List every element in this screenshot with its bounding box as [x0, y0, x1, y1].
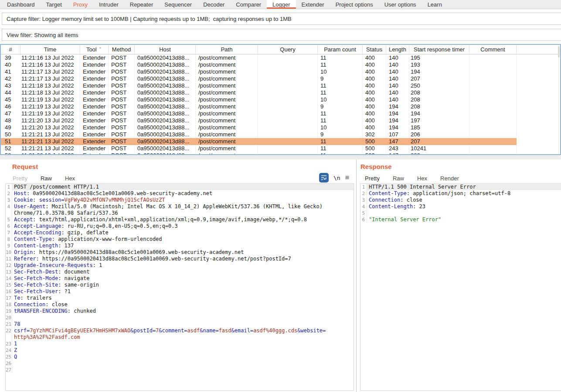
cell-host: 0a9500020413d88... [135, 152, 196, 155]
table-row[interactable]: 5111:21:21 13 Jul 2022ExtenderPOST0a9500… [1, 138, 560, 145]
response-tab-render[interactable]: Render [439, 174, 461, 182]
capture-filter-bar[interactable]: Capture filter: Logger memory limit set … [2, 13, 561, 25]
table-vertical-scrollbar[interactable] [558, 46, 560, 57]
column-header--[interactable]: # [1, 45, 20, 54]
menu-tab-logger[interactable]: Logger [267, 0, 296, 9]
table-row[interactable]: 3911:21:16 13 Jul 2022ExtenderPOST0a9500… [1, 54, 560, 61]
table-row[interactable]: 5011:21:21 13 Jul 2022ExtenderPOST0a9500… [1, 131, 560, 138]
view-filter-bar[interactable]: View filter: Showing all items [2, 29, 561, 41]
menu-tab-repeater[interactable]: Repeater [124, 0, 159, 9]
horizontal-splitter[interactable] [0, 155, 561, 159]
cell-host: 0a9500020413d88... [135, 96, 196, 103]
cell-comment [469, 117, 517, 124]
cell-path: /post/comment [196, 82, 258, 89]
cell-params: 10 [318, 96, 363, 103]
request-line: 24Z [6, 347, 354, 354]
table-row[interactable]: 5211:21:21 13 Jul 2022ExtenderPOST0a9500… [1, 145, 560, 152]
request-tab-hex[interactable]: Hex [63, 174, 77, 182]
editor-menu-icon[interactable]: ≡ [345, 174, 349, 181]
table-row[interactable]: 4511:21:19 13 Jul 2022ExtenderPOST0a9500… [1, 96, 560, 103]
column-header-status[interactable]: Status [363, 45, 386, 54]
column-header-path[interactable]: Path [196, 45, 258, 54]
request-line: 8Content-Type: application/x-www-form-ur… [6, 236, 354, 243]
menu-tab-intruder[interactable]: Intruder [93, 0, 124, 9]
line-number: 3 [360, 197, 367, 203]
cell-length: 140 [386, 61, 409, 68]
menu-tab-extender[interactable]: Extender [296, 0, 330, 9]
line-text: Sec-Fetch-Dest: document [12, 269, 354, 275]
request-tabs: PrettyRawHex [11, 174, 86, 182]
column-header-tool[interactable]: Tool⌃ [80, 45, 109, 54]
cell-method: POST [109, 131, 135, 138]
request-tab-raw[interactable]: Raw [39, 174, 54, 182]
show-newlines-icon[interactable]: \n [333, 175, 340, 181]
table-row[interactable]: 4011:21:16 13 Jul 2022ExtenderPOST0a9500… [1, 61, 560, 68]
menu-tab-target[interactable]: Target [41, 0, 68, 9]
cell-host: 0a9500020413d88... [135, 54, 196, 61]
table-row[interactable]: 5311:21:22 13 Jul 2022ExtenderPOST0a9500… [1, 152, 560, 155]
column-header-start-response-timer[interactable]: Start response timer [409, 45, 469, 54]
menu-tab-project-options[interactable]: Project options [330, 0, 379, 9]
cell-length: 140 [386, 96, 409, 103]
response-title: Response [360, 163, 392, 170]
cell-status: 400 [363, 96, 386, 103]
column-header-length[interactable]: Length [386, 45, 409, 54]
cell-timer: 207 [409, 75, 469, 82]
table-row[interactable]: 4411:21:18 13 Jul 2022ExtenderPOST0a9500… [1, 89, 560, 96]
column-header-comment[interactable]: Comment [469, 45, 517, 54]
column-label: # [9, 46, 12, 53]
table-row[interactable]: 4911:21:20 13 Jul 2022ExtenderPOST0a9500… [1, 124, 560, 131]
cell-tool: Extender [80, 96, 109, 103]
cell-status: 400 [363, 110, 386, 117]
response-editor[interactable]: 1HTTP/1.1 500 Internal Server Error2Cont… [360, 183, 561, 391]
cell-host: 0a9500020413d88... [135, 68, 196, 75]
cell-host: 0a9500020413d88... [135, 145, 196, 152]
table-row[interactable]: 4311:21:18 13 Jul 2022ExtenderPOST0a9500… [1, 82, 560, 89]
menu-tab-dashboard[interactable]: Dashboard [1, 0, 41, 9]
menu-tab-user-options[interactable]: User options [379, 0, 422, 9]
cell-scroll-strip [559, 103, 561, 110]
table-row[interactable]: 4611:21:19 13 Jul 2022ExtenderPOST0a9500… [1, 103, 560, 110]
cell-method: POST [109, 68, 135, 75]
cell-scroll-strip [559, 145, 561, 152]
response-tab-raw[interactable]: Raw [391, 174, 406, 182]
cell-params: 10 [318, 124, 363, 131]
response-tab-pretty[interactable]: Pretty [363, 174, 381, 182]
line-text: Connection: close [12, 301, 354, 308]
line-number: 13 [6, 269, 12, 275]
cell-path: /post/comment [196, 68, 258, 75]
column-label: Method [112, 46, 131, 53]
table-row[interactable]: 4711:21:19 13 Jul 2022ExtenderPOST0a9500… [1, 110, 560, 117]
column-header-query[interactable]: Query [258, 45, 318, 54]
request-editor[interactable]: 1POST /post/comment HTTP/1.12Host: 0a950… [5, 183, 354, 391]
cell-method: POST [109, 82, 135, 89]
request-line: Chrome/71.0.3578.98 Safari/537.36 [6, 210, 354, 216]
request-line: 25Q [6, 354, 354, 360]
request-tab-pretty[interactable]: Pretty [11, 174, 29, 182]
menu-tab-sequencer[interactable]: Sequencer [159, 0, 197, 9]
cell-comment [469, 61, 517, 68]
cell-path: /post/comment [196, 75, 258, 82]
word-wrap-toggle-icon[interactable] [319, 173, 329, 182]
line-number: 19 [6, 308, 12, 314]
column-header-host[interactable]: Host [135, 45, 196, 54]
request-line: 2Host: 0a9500020413d88ac08c5c1e001a0069.… [6, 190, 354, 197]
response-tab-hex[interactable]: Hex [415, 174, 429, 182]
menu-tab-learn[interactable]: Learn [422, 0, 448, 9]
line-text: Chrome/71.0.3578.98 Safari/537.36 [12, 210, 354, 216]
column-header-method[interactable]: Method [109, 45, 135, 54]
column-header-param-count[interactable]: Param count [318, 45, 363, 54]
menu-tab-proxy[interactable]: Proxy [68, 0, 93, 9]
menu-tab-decoder[interactable]: Decoder [197, 0, 230, 9]
cell-query [258, 131, 318, 138]
table-row[interactable]: 4111:21:17 13 Jul 2022ExtenderPOST0a9500… [1, 68, 560, 75]
cell-scroll-strip [559, 124, 561, 131]
cell-tool: Extender [80, 103, 109, 110]
menu-tab-comparer[interactable]: Comparer [230, 0, 267, 9]
request-line: 9Content-Length: 137 [6, 243, 354, 249]
table-row[interactable]: 4811:21:20 13 Jul 2022ExtenderPOST0a9500… [1, 117, 560, 124]
request-line: 18Connection: close [6, 301, 354, 308]
column-header-time[interactable]: Time [20, 45, 80, 54]
cell-filler [517, 89, 559, 96]
table-row[interactable]: 4211:21:17 13 Jul 2022ExtenderPOST0a9500… [1, 75, 560, 82]
